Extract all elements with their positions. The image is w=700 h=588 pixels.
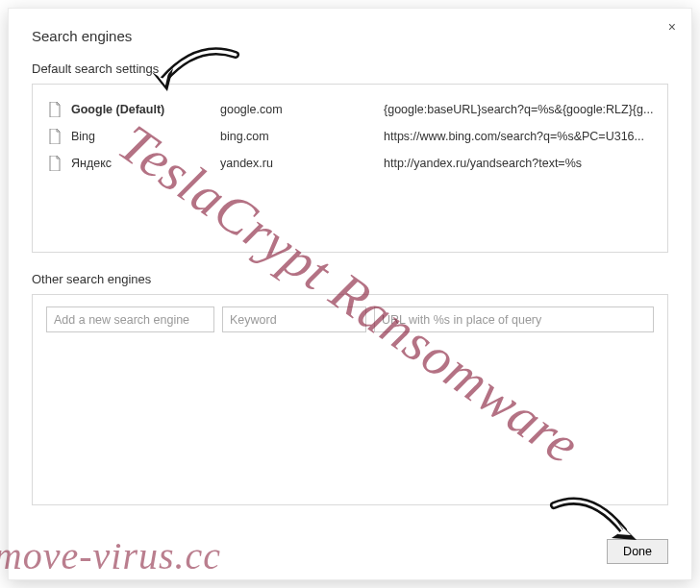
engine-keyword: bing.com — [220, 130, 384, 143]
dialog-footer: Done — [607, 539, 668, 564]
add-engine-row — [46, 306, 654, 332]
search-engines-dialog: × Search engines Default search settings… — [8, 8, 692, 580]
page-icon — [48, 129, 62, 144]
page-icon — [48, 156, 62, 171]
search-engine-row[interactable]: Яндекс yandex.ru http://yandex.ru/yandse… — [46, 150, 654, 177]
other-search-engines-label: Other search engines — [32, 272, 668, 286]
add-engine-keyword-input[interactable] — [222, 306, 366, 332]
engine-keyword: yandex.ru — [220, 157, 384, 170]
page-icon — [48, 102, 62, 117]
default-search-settings-label: Default search settings — [32, 61, 668, 76]
add-engine-url-input[interactable] — [374, 306, 654, 332]
engine-url: {google:baseURL}search?q=%s&{google:RLZ}… — [384, 103, 654, 116]
engine-name: Яндекс — [71, 157, 220, 170]
engine-keyword: google.com — [220, 103, 384, 116]
engine-name: Bing — [71, 130, 220, 143]
engine-name: Google (Default) — [71, 103, 220, 116]
close-icon: × — [668, 19, 676, 35]
engine-url: https://www.bing.com/search?q=%s&PC=U316… — [384, 130, 654, 143]
engine-url: http://yandex.ru/yandsearch?text=%s — [384, 157, 654, 170]
done-button-label: Done — [623, 545, 652, 558]
search-engine-row[interactable]: Bing bing.com https://www.bing.com/searc… — [46, 123, 654, 150]
close-button[interactable]: × — [664, 18, 680, 36]
default-search-engines-panel: Google (Default) google.com {google:base… — [32, 84, 668, 253]
dialog-title: Search engines — [32, 28, 668, 44]
other-search-engines-panel — [32, 294, 668, 505]
done-button[interactable]: Done — [607, 539, 668, 564]
add-engine-name-input[interactable] — [46, 306, 214, 332]
search-engine-row[interactable]: Google (Default) google.com {google:base… — [46, 96, 654, 123]
